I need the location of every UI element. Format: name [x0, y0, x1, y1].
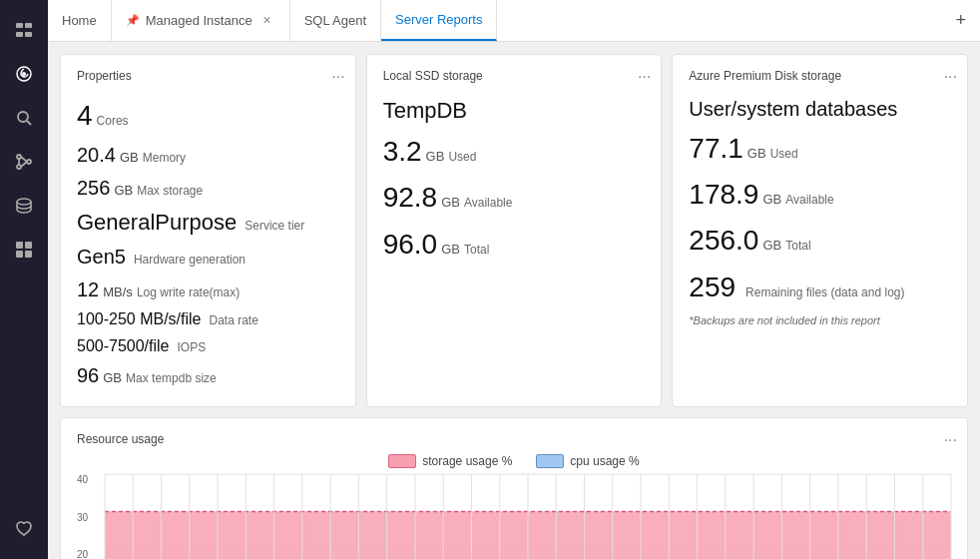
azure-disk-title: Azure Premium Disk storage: [689, 69, 951, 83]
svg-line-13: [21, 162, 27, 167]
chart-legend: storage usage % cpu usage %: [77, 454, 951, 468]
tempdb-section-label: TempDB: [383, 93, 646, 129]
connections-icon[interactable]: [6, 12, 42, 48]
svg-rect-17: [16, 251, 23, 258]
prop-log-write: 12 MB/s Log write rate(max): [77, 274, 339, 306]
backup-note: *Backups are not included in this report: [689, 314, 951, 326]
local-ssd-card: Local SSD storage ... TempDB 3.2 GB Used…: [366, 54, 663, 407]
chart-container: [105, 474, 951, 559]
svg-line-12: [21, 157, 27, 162]
svg-rect-3: [25, 32, 32, 37]
ssd-used: 3.2 GB Used: [383, 129, 646, 175]
azure-disk-menu[interactable]: ...: [944, 65, 957, 81]
analytics-icon[interactable]: [6, 56, 42, 92]
svg-rect-1: [25, 23, 32, 28]
legend-cpu-label: cpu usage %: [570, 454, 639, 468]
svg-point-6: [18, 112, 28, 122]
tab-managed-instance[interactable]: 📌 Managed Instance ✕: [112, 0, 290, 41]
resource-usage-menu[interactable]: ...: [944, 428, 957, 444]
svg-point-14: [17, 199, 31, 205]
azure-disk-card: Azure Premium Disk storage ... User/syst…: [672, 54, 968, 407]
svg-rect-16: [25, 242, 32, 249]
prop-hardware-gen: Gen5 Hardware generation: [77, 241, 339, 274]
user-system-label: User/system databases: [689, 93, 951, 126]
pin-icon: 📌: [126, 14, 140, 27]
grid-icon[interactable]: [6, 232, 42, 268]
svg-point-10: [27, 160, 31, 164]
disk-total: 256.0 GB Total: [689, 218, 951, 264]
prop-tempdb: 96 GB Max tempdb size: [77, 359, 339, 392]
tab-sql-agent[interactable]: SQL Agent: [290, 0, 381, 41]
cards-row: Properties ... 4 Cores 20.4 GB Memory 25…: [60, 54, 968, 407]
disk-remaining: 259 Remaining files (data and log): [689, 265, 951, 310]
svg-point-9: [17, 165, 21, 169]
resource-usage-title: Resource usage: [77, 432, 951, 446]
legend-storage: storage usage %: [388, 454, 512, 468]
properties-title: Properties: [77, 69, 339, 83]
tab-home[interactable]: Home: [48, 0, 112, 41]
svg-point-5: [22, 72, 26, 76]
svg-line-7: [27, 121, 31, 125]
svg-rect-2: [16, 32, 23, 37]
resource-usage-card: Resource usage ... storage usage % cpu u…: [60, 417, 968, 559]
main-area: Home 📌 Managed Instance ✕ SQL Agent Serv…: [48, 0, 980, 559]
tab-server-reports[interactable]: Server Reports: [381, 0, 497, 41]
tab-add-button[interactable]: +: [941, 0, 980, 41]
search-icon[interactable]: [6, 100, 42, 136]
legend-storage-label: storage usage %: [422, 454, 512, 468]
heart-icon[interactable]: [6, 511, 42, 547]
prop-max-storage: 256 GB Max storage: [77, 172, 339, 205]
content-area: Properties ... 4 Cores 20.4 GB Memory 25…: [48, 42, 980, 559]
prop-iops: 500-7500/file IOPS: [77, 333, 339, 359]
y-axis: 40 30 20 10: [77, 474, 105, 559]
tab-close-managed-instance[interactable]: ✕: [258, 12, 275, 29]
ssd-available: 92.8 GB Available: [383, 175, 646, 221]
legend-storage-box: [388, 454, 416, 468]
database-icon[interactable]: [6, 188, 42, 224]
prop-service-tier: GeneralPurpose Service tier: [77, 205, 339, 241]
prop-data-rate: 100-250 MB/s/file Data rate: [77, 306, 339, 332]
chart-svg: [105, 474, 951, 559]
properties-card: Properties ... 4 Cores 20.4 GB Memory 25…: [60, 54, 356, 407]
svg-point-8: [17, 155, 21, 159]
ssd-total: 96.0 GB Total: [383, 222, 646, 268]
sidebar: [0, 0, 48, 559]
legend-cpu: cpu usage %: [536, 454, 639, 468]
local-ssd-title: Local SSD storage: [383, 69, 646, 83]
properties-menu[interactable]: ...: [331, 65, 344, 81]
disk-available: 178.9 GB Available: [689, 172, 951, 218]
branch-icon[interactable]: [6, 144, 42, 180]
svg-rect-15: [16, 242, 23, 249]
svg-rect-18: [25, 251, 32, 258]
prop-memory: 20.4 GB Memory: [77, 139, 339, 172]
disk-used: 77.1 GB Used: [689, 126, 951, 172]
legend-cpu-box: [536, 454, 564, 468]
prop-cores: 4 Cores: [77, 93, 339, 139]
svg-rect-0: [16, 23, 23, 28]
tab-bar: Home 📌 Managed Instance ✕ SQL Agent Serv…: [48, 0, 980, 42]
local-ssd-menu[interactable]: ...: [638, 65, 651, 81]
